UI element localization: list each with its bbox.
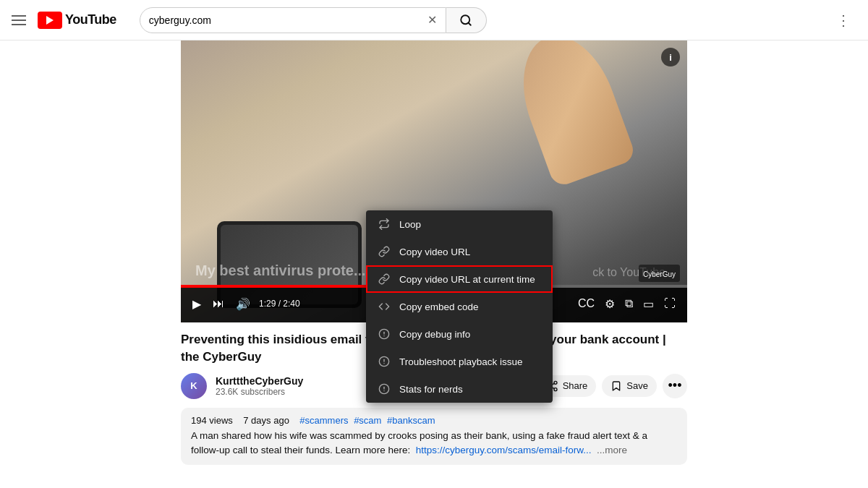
menu-item-copy-url-time-label: Copy video URL at current time [399, 274, 535, 285]
context-menu: Loop Copy video URL Copy video URL at cu… [366, 210, 553, 403]
control-right: CC ⚙ ⧉ ▭ ⛶ [575, 297, 678, 311]
miniplayer-button[interactable]: ⧉ [622, 297, 636, 310]
header: YouTube ✕ ⋮ [0, 0, 868, 40]
search-container: ✕ [140, 7, 487, 33]
menu-item-copy-url-label: Copy video URL [399, 247, 470, 257]
skip-button[interactable]: ⏭ [210, 297, 227, 310]
tag-bankscam[interactable]: #bankscam [387, 415, 435, 426]
debug-icon [378, 328, 391, 341]
menu-item-loop-label: Loop [399, 219, 421, 230]
main-content: My best antivirus prote... ck to YouTube… [0, 40, 868, 465]
svg-line-1 [469, 22, 471, 25]
channel-name[interactable]: KurtttheCyberGuy [216, 375, 373, 387]
loop-icon [378, 218, 391, 231]
menu-item-stats-label: Stats for nerds [399, 384, 463, 395]
finger-decoration [506, 40, 637, 188]
menu-item-copy-debug[interactable]: Copy debug info [366, 320, 553, 348]
share-label: Share [563, 380, 588, 391]
save-button[interactable]: Save [602, 375, 657, 397]
search-icon [459, 14, 472, 27]
hamburger-menu[interactable] [12, 15, 26, 25]
play-button[interactable]: ▶ [190, 297, 204, 311]
save-icon [610, 380, 622, 392]
subscriber-count: 23.6K subscribers [216, 387, 373, 397]
youtube-logo-icon [38, 12, 62, 29]
avatar: K [181, 373, 207, 399]
more-actions-button[interactable]: ••• [663, 374, 687, 398]
video-overlay-text: My best antivirus prote... [195, 262, 366, 279]
description-text: A man shared how his wife was scammed by… [191, 429, 677, 458]
stats-row: 194 views 7 days ago #scammers #scam #ba… [191, 415, 677, 426]
embed-icon [378, 300, 391, 313]
menu-item-loop[interactable]: Loop [366, 210, 553, 238]
save-label: Save [626, 380, 648, 391]
stats-icon [378, 382, 391, 395]
view-count: 194 views [191, 415, 233, 426]
channel-info: KurtttheCyberGuy 23.6K subscribers [216, 375, 373, 397]
search-input[interactable] [149, 14, 427, 26]
post-date: 7 days ago [243, 415, 289, 426]
search-clear-icon[interactable]: ✕ [427, 13, 437, 27]
more-link[interactable]: ...more [597, 445, 627, 455]
youtube-logo-text: YouTube [65, 12, 116, 27]
volume-button[interactable]: 🔊 [233, 297, 253, 311]
video-watermark: CyberGuy [639, 265, 680, 282]
theater-button[interactable]: ▭ [640, 297, 657, 311]
youtube-logo[interactable]: YouTube [38, 12, 116, 29]
menu-item-copy-url[interactable]: Copy video URL [366, 238, 553, 265]
header-right: ⋮ [830, 9, 856, 32]
tag-scam[interactable]: #scam [354, 415, 381, 426]
stats-box: 194 views 7 days ago #scammers #scam #ba… [181, 408, 687, 466]
settings-button[interactable]: ⚙ [602, 297, 618, 311]
search-button[interactable] [446, 7, 487, 33]
description-link[interactable]: https://cyberguy.com/scams/email-forw... [416, 445, 592, 455]
menu-item-troubleshoot[interactable]: Troubleshoot playback issue [366, 348, 553, 375]
tag-scammers[interactable]: #scammers [299, 415, 348, 426]
troubleshoot-icon [378, 355, 391, 368]
fullscreen-button[interactable]: ⛶ [661, 297, 678, 310]
video-info-button[interactable]: i [661, 48, 680, 67]
menu-item-copy-debug-label: Copy debug info [399, 329, 470, 340]
link-icon-2 [378, 273, 391, 286]
watermark-text: CyberGuy [643, 270, 676, 278]
time-display: 1:29 / 2:40 [259, 299, 300, 309]
menu-item-copy-embed-label: Copy embed code [399, 301, 479, 312]
menu-item-stats[interactable]: Stats for nerds [366, 375, 553, 403]
search-box: ✕ [140, 7, 446, 33]
menu-item-copy-url-time[interactable]: Copy video URL at current time [366, 265, 553, 293]
avatar-initials: K [190, 380, 197, 391]
header-more-icon[interactable]: ⋮ [830, 9, 856, 32]
video-container: My best antivirus prote... ck to YouTube… [181, 40, 687, 322]
menu-item-copy-embed[interactable]: Copy embed code [366, 293, 553, 320]
link-icon-1 [378, 245, 391, 258]
menu-item-troubleshoot-label: Troubleshoot playback issue [399, 356, 523, 367]
subtitles-button[interactable]: CC [575, 297, 597, 310]
